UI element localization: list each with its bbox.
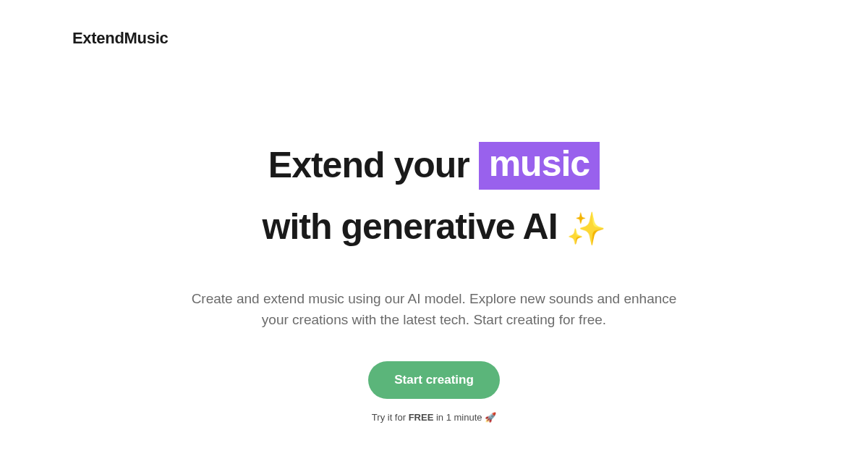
logo[interactable]: ExtendMusic [72, 29, 796, 48]
try-prefix: Try it for [372, 412, 409, 423]
headline-highlight: music [479, 142, 600, 190]
start-creating-button[interactable]: Start creating [368, 361, 500, 399]
headline-text-1: Extend your [268, 145, 479, 185]
headline-text-2: with generative AI [263, 206, 567, 247]
sparkles-icon: ✨ [566, 211, 605, 246]
headline: Extend your music with generative AI ✨ [263, 135, 606, 258]
try-bold: FREE [409, 412, 434, 423]
hero-section: Extend your music with generative AI ✨ C… [0, 48, 868, 423]
hero-subtext: Create and extend music using our AI mod… [181, 288, 687, 331]
try-suffix: in 1 minute 🚀 [433, 412, 496, 423]
try-it-text: Try it for FREE in 1 minute 🚀 [372, 412, 496, 423]
